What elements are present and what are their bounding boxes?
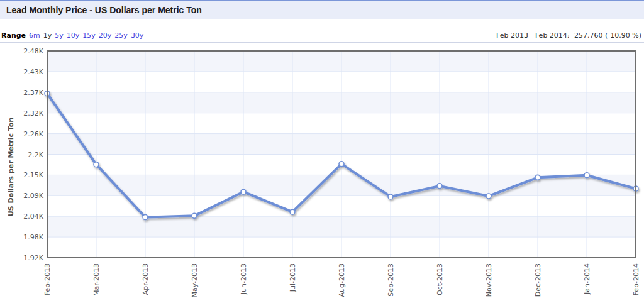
- x-tick-label: Dec-2013: [534, 263, 542, 297]
- y-tick-label: 2.43K: [23, 68, 43, 76]
- y-tick-label: 2.48K: [23, 47, 43, 55]
- y-tick-label: 2.09K: [23, 192, 43, 200]
- y-tick-label: 2.15K: [23, 171, 43, 179]
- y-tick-label: 2.04K: [23, 212, 43, 221]
- y-tick-label: 2.26K: [23, 130, 43, 138]
- range-option-15y[interactable]: 15y: [82, 31, 96, 40]
- y-tick-label: 2.37K: [23, 89, 43, 97]
- range-option-30y[interactable]: 30y: [131, 31, 144, 40]
- range-option-6m[interactable]: 6m: [29, 31, 40, 40]
- range-options: 6m1y5y10y15y20y25y30y: [26, 31, 143, 40]
- range-option-10y[interactable]: 10y: [67, 31, 80, 40]
- price-chart: 2.48K2.43K2.37K2.32K2.26K2.2K2.15K2.09K2…: [0, 43, 644, 307]
- x-tick-label: Sep-2013: [387, 263, 395, 297]
- x-tick-label: Feb-2013: [43, 263, 52, 295]
- y-tick-label: 2.32K: [23, 109, 43, 118]
- data-point-mar-2013[interactable]: [94, 162, 99, 167]
- data-point-dec-2013[interactable]: [535, 175, 540, 180]
- data-point-may-2013[interactable]: [192, 213, 197, 218]
- range-option-1y: 1y: [43, 31, 52, 40]
- range-option-25y[interactable]: 25y: [114, 31, 128, 40]
- y-tick-label: 1.92K: [23, 254, 43, 262]
- y-axis-title: US Dollars per Metric Ton: [7, 118, 15, 216]
- data-point-jan-2014[interactable]: [584, 173, 589, 178]
- range-selector: Range6m1y5y10y15y20y25y30y: [1, 31, 143, 40]
- x-tick-label: Oct-2013: [436, 263, 444, 295]
- range-option-20y[interactable]: 20y: [99, 31, 112, 40]
- x-tick-label: Nov-2013: [485, 263, 493, 297]
- x-tick-label: Jan-2014: [583, 263, 591, 295]
- x-tick-label: Mar-2013: [92, 263, 101, 296]
- x-tick-label: Apr-2013: [142, 263, 150, 295]
- x-tick-label: Jun-2013: [240, 263, 248, 295]
- data-point-aug-2013[interactable]: [339, 162, 344, 167]
- range-label: Range: [1, 31, 26, 40]
- data-point-sep-2013[interactable]: [388, 194, 393, 199]
- x-tick-label: May-2013: [191, 263, 199, 298]
- title-bar: Lead Monthly Price - US Dollars per Metr…: [0, 0, 644, 19]
- page-title: Lead Monthly Price - US Dollars per Metr…: [6, 5, 202, 15]
- x-tick-label: Aug-2013: [338, 263, 346, 297]
- y-tick-label: 1.98K: [23, 233, 43, 241]
- data-point-apr-2013[interactable]: [143, 215, 148, 220]
- data-point-nov-2013[interactable]: [486, 194, 491, 199]
- y-tick-label: 2.2K: [28, 151, 43, 159]
- range-option-5y[interactable]: 5y: [55, 31, 64, 40]
- x-tick-label: Jul-2013: [289, 263, 297, 292]
- data-point-jun-2013[interactable]: [241, 189, 246, 194]
- data-point-oct-2013[interactable]: [437, 184, 442, 189]
- x-tick-label: Feb-2014: [632, 263, 640, 295]
- data-point-jul-2013[interactable]: [290, 209, 295, 214]
- toolbar: Range6m1y5y10y15y20y25y30y Feb 2013 - Fe…: [0, 19, 644, 43]
- period-summary: Feb 2013 - Feb 2014: -257.760 (-10.90 %): [496, 31, 641, 40]
